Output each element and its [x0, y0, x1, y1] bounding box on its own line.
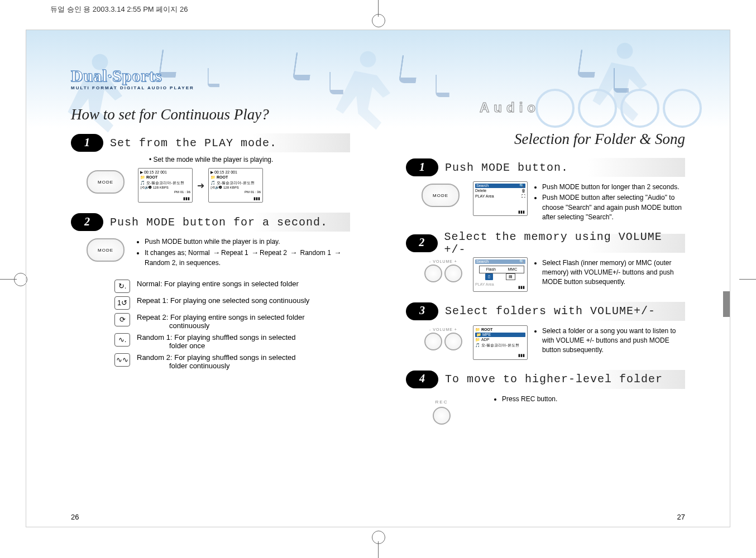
random2-icon: ∿∿ [114, 353, 130, 367]
lcd-screen-1b: ▶ 00:15 22 001 ROOT 오-필승코리아-윤도현 ▯⟲🔊🅐 128… [208, 168, 263, 203]
lcd-clock: PM 01 : 36 [210, 190, 261, 194]
battery-icon: ▮▮▮ [518, 210, 525, 214]
spread: Dual·Sports MULTI FORMAT DIGITAL AUDIO P… [26, 30, 730, 527]
lcd-bitrate: 128 KBPS [153, 186, 169, 190]
lcd-item-search: Search [476, 184, 489, 188]
rec-label: REC [436, 400, 448, 405]
step-number: 2 [406, 234, 438, 252]
bullet: Select Flash (inner memory) or MMC (oute… [542, 258, 685, 287]
mode-desc-cont: folder continuously [169, 362, 295, 370]
crop-mark-top [378, 0, 379, 17]
random1-icon: ∿. [114, 333, 130, 347]
lcd-song: 오-필승코리아-윤도현 [481, 343, 519, 348]
volume-button: - VOLUME + [422, 328, 465, 351]
lcd-root: ROOT [481, 328, 492, 332]
lcd-time: ▶ 00:15 22 001 [140, 170, 190, 175]
mode-desc-cont: folder once [169, 341, 295, 350]
arrow-icon: → [290, 248, 297, 258]
lcd-item-search: Search [476, 259, 489, 264]
crop-mark-right [739, 279, 756, 280]
bullet: Push MODE button while the player is in … [145, 237, 350, 247]
lcd-item-delete: Delete [475, 189, 486, 193]
lcd-screen-r2: Search🔍 Flash MMC ▯ ▤ PLAY Area ▮▮▮ [473, 257, 528, 292]
decorative-rings [532, 89, 702, 130]
page-number-right: 27 [677, 513, 685, 521]
step-1-tip-text: Set the mode while the player is playing… [154, 156, 274, 163]
trash-icon: 🗑 [521, 189, 525, 193]
page-left: Dual·Sports MULTI FORMAT DIGITAL AUDIO P… [26, 30, 378, 527]
lcd-root: ROOT [217, 175, 228, 180]
step-1-tip: • Set the mode while the player is playi… [149, 156, 350, 163]
mmc-icon: ▤ [506, 273, 515, 280]
print-header: 듀얼 승인 용 2003.3.14 2:55 PM 페이지 26 [50, 4, 188, 15]
logo: Dual·Sports MULTI FORMAT DIGITAL AUDIO P… [71, 66, 350, 90]
volume-button: - VOLUME + [422, 259, 465, 283]
step-number: 4 [406, 371, 438, 388]
mode-button: MODE [87, 238, 125, 262]
audio-label: Audio [480, 100, 540, 116]
lcd-root: ROOT [146, 175, 157, 180]
volume-label: - VOLUME + [422, 259, 465, 263]
volume-label: - VOLUME + [422, 328, 465, 331]
arrow-icon: → [334, 248, 341, 258]
rec-button: REC [429, 396, 454, 425]
mode-desc: Repeat 2: For playing entire songs in se… [137, 313, 305, 330]
step-2-head: 2 Push MODE button for a second. [71, 213, 350, 232]
step-title: Push MODE button for a second. [110, 216, 328, 229]
mode-desc: Normal: For playing entire songs in sele… [137, 280, 299, 288]
step-title: Select folders with VOLUME+/- [445, 305, 655, 318]
lcd-adp: ADP [481, 338, 489, 342]
page-number-left: 26 [71, 513, 79, 521]
bullet: Push MODE button for longer than 2 secon… [542, 182, 685, 192]
mode-desc: Random 1: For playing shuffled songs in … [137, 333, 295, 350]
play-mode-list: ↻.Normal: For playing entire songs in se… [114, 280, 350, 370]
battery-icon: ▮▮▮ [518, 353, 525, 358]
step-title: Select the memory using VOLUME +/- [444, 230, 685, 256]
step-number: 1 [71, 134, 103, 152]
step-r3-head: 3 Select folders with VOLUME+/- [406, 302, 685, 321]
battery-icon: ▮▮▮ [253, 196, 260, 201]
step-r4-head: 4 To move to higher-level folder [406, 370, 685, 389]
arrow-icon: → [251, 248, 259, 258]
bullet: Select a folder or a song you want to li… [542, 326, 685, 355]
normal-icon: ↻. [114, 280, 130, 293]
mode-desc-cont: continuously [169, 321, 305, 330]
lcd-song: 오-필승코리아-윤도현 [217, 181, 255, 185]
lcd-item-playarea: PLAY Area [475, 282, 494, 287]
mode-button: MODE [422, 184, 460, 207]
thumb-index-tab [723, 291, 730, 317]
battery-icon: ▮▮▮ [183, 196, 190, 201]
mode-button: MODE [87, 170, 125, 194]
step-number: 3 [406, 302, 438, 320]
arrow-icon: → [213, 248, 220, 258]
lcd-time: ▶ 00:15 22 001 [210, 170, 261, 175]
step-r1-head: 1 Push MODE button. [406, 158, 685, 177]
step-title: To move to higher-level folder [445, 373, 663, 386]
lcd-screen-r1: Search🔍 Delete🗑 PLAY Area⛶ ▮▮▮ [473, 181, 528, 216]
lcd-mmc: MMC [508, 267, 517, 272]
battery-icon: ▮▮▮ [518, 285, 525, 290]
step-title: Set from the PLAY mode. [110, 137, 277, 150]
step-r2-head: 2 Select the memory using VOLUME +/- [406, 234, 685, 253]
step-number: 2 [71, 213, 103, 231]
step-number: 1 [406, 158, 438, 176]
lcd-flash: Flash [486, 267, 496, 272]
search-icon: 🔍 [519, 184, 524, 188]
lcd-screen-r3: ROOT MPE ADP 오-필승코리아-윤도현 ▮▮▮ [473, 325, 528, 360]
crop-mark-left [0, 279, 17, 280]
bullet: Press REC button. [502, 395, 685, 404]
step-1-head: 1 Set from the PLAY mode. [71, 133, 350, 152]
lcd-mpe: MPE [482, 333, 491, 337]
page-right: Audio Selection for Folder & Song 1 Push… [378, 30, 730, 527]
step-title: Push MODE button. [445, 161, 568, 174]
bullet: Push MODE button after selecting "Audio"… [542, 193, 685, 222]
repeat2-icon: ⟳ [114, 313, 130, 326]
logo-subtitle: MULTI FORMAT DIGITAL AUDIO PLAYER [71, 85, 350, 90]
logo-title: Dual·Sports [71, 66, 350, 85]
crop-mark-bottom [378, 541, 379, 558]
flash-icon: ▯ [485, 273, 493, 280]
arrow-right-icon: ➜ [195, 180, 206, 191]
page-title-left: How to set for Continuous Play? [71, 106, 350, 123]
lcd-item-playarea: PLAY Area [475, 194, 494, 199]
mode-desc: Repeat 1: For playing one selected song … [137, 296, 309, 305]
